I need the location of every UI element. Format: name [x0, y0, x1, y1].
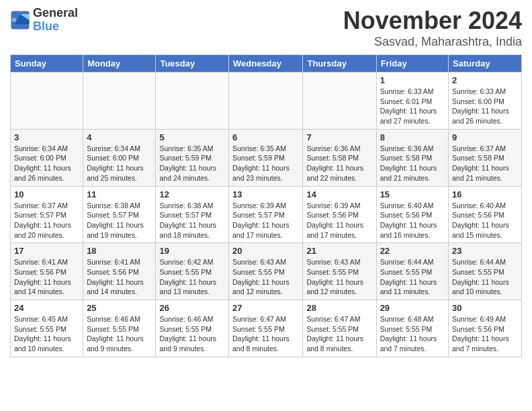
day-cell: 4Sunrise: 6:34 AM Sunset: 6:00 PM Daylig… — [83, 129, 156, 186]
day-number: 15 — [380, 189, 445, 199]
logo-line1: General — [33, 7, 78, 20]
day-cell: 18Sunrise: 6:41 AM Sunset: 5:56 PM Dayli… — [83, 243, 156, 300]
day-number: 13 — [232, 189, 299, 199]
day-cell: 9Sunrise: 6:37 AM Sunset: 5:58 PM Daylig… — [449, 129, 522, 186]
day-number: 18 — [87, 246, 152, 256]
week-row-3: 10Sunrise: 6:37 AM Sunset: 5:57 PM Dayli… — [11, 186, 522, 243]
day-number: 17 — [14, 246, 79, 256]
logo-line2: Blue — [33, 20, 78, 34]
day-info: Sunrise: 6:33 AM Sunset: 6:01 PM Dayligh… — [380, 87, 445, 126]
day-number: 16 — [452, 189, 518, 199]
day-number: 20 — [232, 246, 299, 256]
day-info: Sunrise: 6:44 AM Sunset: 5:55 PM Dayligh… — [380, 257, 445, 297]
day-info: Sunrise: 6:40 AM Sunset: 5:56 PM Dayligh… — [452, 201, 518, 240]
day-cell — [83, 73, 156, 130]
day-cell: 2Sunrise: 6:33 AM Sunset: 6:00 PM Daylig… — [449, 73, 522, 130]
day-info: Sunrise: 6:43 AM Sunset: 5:55 PM Dayligh… — [306, 257, 372, 297]
weekday-tuesday: Tuesday — [156, 55, 229, 73]
title-block: November 2024 Sasvad, Maharashtra, India — [343, 7, 522, 49]
day-cell: 7Sunrise: 6:36 AM Sunset: 5:58 PM Daylig… — [303, 129, 376, 186]
day-info: Sunrise: 6:41 AM Sunset: 5:56 PM Dayligh… — [87, 257, 152, 297]
day-cell: 19Sunrise: 6:42 AM Sunset: 5:55 PM Dayli… — [156, 243, 229, 300]
day-number: 5 — [159, 132, 225, 142]
logo-icon: G — [10, 10, 30, 30]
day-cell: 3Sunrise: 6:34 AM Sunset: 6:00 PM Daylig… — [11, 129, 83, 186]
day-number: 24 — [14, 303, 79, 313]
svg-text:G: G — [12, 16, 16, 22]
day-cell: 16Sunrise: 6:40 AM Sunset: 5:56 PM Dayli… — [449, 186, 522, 243]
day-info: Sunrise: 6:37 AM Sunset: 5:58 PM Dayligh… — [452, 144, 518, 183]
day-cell — [11, 73, 83, 130]
day-info: Sunrise: 6:38 AM Sunset: 5:57 PM Dayligh… — [159, 201, 225, 240]
day-cell: 25Sunrise: 6:46 AM Sunset: 5:55 PM Dayli… — [83, 300, 156, 357]
day-cell: 21Sunrise: 6:43 AM Sunset: 5:55 PM Dayli… — [303, 243, 376, 300]
day-cell: 20Sunrise: 6:43 AM Sunset: 5:55 PM Dayli… — [229, 243, 303, 300]
day-number: 25 — [87, 303, 152, 313]
day-cell: 30Sunrise: 6:49 AM Sunset: 5:56 PM Dayli… — [449, 300, 522, 357]
day-number: 7 — [306, 132, 372, 142]
weekday-saturday: Saturday — [449, 55, 522, 73]
day-info: Sunrise: 6:34 AM Sunset: 6:00 PM Dayligh… — [87, 144, 152, 183]
day-info: Sunrise: 6:39 AM Sunset: 5:57 PM Dayligh… — [232, 201, 299, 240]
day-cell: 1Sunrise: 6:33 AM Sunset: 6:01 PM Daylig… — [376, 73, 448, 130]
day-cell: 10Sunrise: 6:37 AM Sunset: 5:57 PM Dayli… — [11, 186, 83, 243]
day-info: Sunrise: 6:35 AM Sunset: 5:59 PM Dayligh… — [159, 144, 225, 183]
location: Sasvad, Maharashtra, India — [343, 35, 522, 49]
day-info: Sunrise: 6:47 AM Sunset: 5:55 PM Dayligh… — [232, 314, 299, 354]
day-cell — [303, 73, 376, 130]
weekday-friday: Friday — [376, 55, 448, 73]
week-row-4: 17Sunrise: 6:41 AM Sunset: 5:56 PM Dayli… — [11, 243, 522, 300]
day-number: 10 — [14, 189, 79, 199]
day-info: Sunrise: 6:40 AM Sunset: 5:56 PM Dayligh… — [380, 201, 445, 240]
day-info: Sunrise: 6:46 AM Sunset: 5:55 PM Dayligh… — [159, 314, 225, 354]
day-info: Sunrise: 6:36 AM Sunset: 5:58 PM Dayligh… — [306, 144, 372, 183]
day-cell: 15Sunrise: 6:40 AM Sunset: 5:56 PM Dayli… — [376, 186, 448, 243]
day-info: Sunrise: 6:37 AM Sunset: 5:57 PM Dayligh… — [14, 201, 79, 240]
month-title: November 2024 — [343, 7, 522, 35]
day-number: 30 — [452, 303, 518, 313]
day-number: 1 — [380, 75, 445, 85]
day-cell — [229, 73, 303, 130]
week-row-2: 3Sunrise: 6:34 AM Sunset: 6:00 PM Daylig… — [11, 129, 522, 186]
weekday-sunday: Sunday — [11, 55, 83, 73]
day-number: 8 — [380, 132, 445, 142]
day-cell: 6Sunrise: 6:35 AM Sunset: 5:59 PM Daylig… — [229, 129, 303, 186]
page-container: G General Blue November 2024 Sasvad, Mah… — [0, 0, 532, 364]
day-info: Sunrise: 6:33 AM Sunset: 6:00 PM Dayligh… — [452, 87, 518, 126]
day-number: 27 — [232, 303, 299, 313]
day-number: 9 — [452, 132, 518, 142]
day-cell: 27Sunrise: 6:47 AM Sunset: 5:55 PM Dayli… — [229, 300, 303, 357]
day-info: Sunrise: 6:42 AM Sunset: 5:55 PM Dayligh… — [159, 257, 225, 297]
day-info: Sunrise: 6:38 AM Sunset: 5:57 PM Dayligh… — [87, 201, 152, 240]
day-cell: 13Sunrise: 6:39 AM Sunset: 5:57 PM Dayli… — [229, 186, 303, 243]
day-number: 23 — [452, 246, 518, 256]
day-info: Sunrise: 6:35 AM Sunset: 5:59 PM Dayligh… — [232, 144, 299, 183]
header: G General Blue November 2024 Sasvad, Mah… — [10, 7, 522, 49]
day-number: 6 — [232, 132, 299, 142]
day-cell: 14Sunrise: 6:39 AM Sunset: 5:56 PM Dayli… — [303, 186, 376, 243]
day-info: Sunrise: 6:43 AM Sunset: 5:55 PM Dayligh… — [232, 257, 299, 297]
day-cell: 24Sunrise: 6:45 AM Sunset: 5:55 PM Dayli… — [11, 300, 83, 357]
day-number: 29 — [380, 303, 445, 313]
day-number: 19 — [159, 246, 225, 256]
weekday-monday: Monday — [83, 55, 156, 73]
day-info: Sunrise: 6:47 AM Sunset: 5:55 PM Dayligh… — [306, 314, 372, 354]
day-info: Sunrise: 6:44 AM Sunset: 5:55 PM Dayligh… — [452, 257, 518, 297]
day-number: 28 — [306, 303, 372, 313]
day-number: 3 — [14, 132, 79, 142]
day-number: 2 — [452, 75, 518, 85]
weekday-header-row: SundayMondayTuesdayWednesdayThursdayFrid… — [11, 55, 522, 73]
day-cell — [156, 73, 229, 130]
calendar-table: SundayMondayTuesdayWednesdayThursdayFrid… — [10, 54, 522, 357]
day-info: Sunrise: 6:48 AM Sunset: 5:55 PM Dayligh… — [380, 314, 445, 354]
day-info: Sunrise: 6:45 AM Sunset: 5:55 PM Dayligh… — [14, 314, 79, 354]
week-row-5: 24Sunrise: 6:45 AM Sunset: 5:55 PM Dayli… — [11, 300, 522, 357]
day-cell: 29Sunrise: 6:48 AM Sunset: 5:55 PM Dayli… — [376, 300, 448, 357]
day-info: Sunrise: 6:36 AM Sunset: 5:58 PM Dayligh… — [380, 144, 445, 183]
day-cell: 12Sunrise: 6:38 AM Sunset: 5:57 PM Dayli… — [156, 186, 229, 243]
day-cell: 11Sunrise: 6:38 AM Sunset: 5:57 PM Dayli… — [83, 186, 156, 243]
day-cell: 22Sunrise: 6:44 AM Sunset: 5:55 PM Dayli… — [376, 243, 448, 300]
day-info: Sunrise: 6:34 AM Sunset: 6:00 PM Dayligh… — [14, 144, 79, 183]
day-number: 11 — [87, 189, 152, 199]
weekday-thursday: Thursday — [303, 55, 376, 73]
